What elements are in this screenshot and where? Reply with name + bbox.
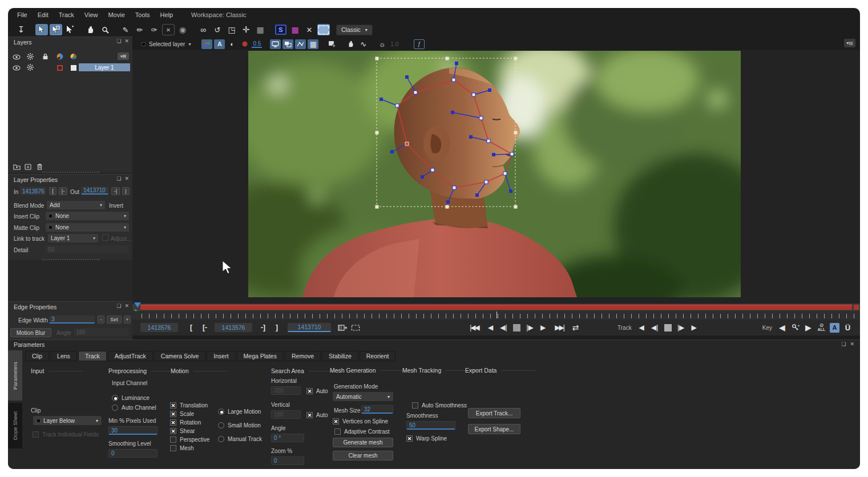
layers-menu-icon[interactable]: ▾▤ — [118, 52, 129, 60]
trash-icon[interactable] — [34, 163, 45, 171]
export-icon[interactable]: ↧ — [15, 24, 27, 35]
horizontal-auto-checkbox[interactable]: ✕ — [306, 388, 313, 394]
translation-row[interactable]: ✕Translation — [170, 402, 208, 409]
motion-blur-button[interactable]: Motion Blur — [10, 328, 51, 337]
timeline-range-track[interactable] — [132, 304, 860, 311]
layer-row[interactable]: Layer 1 — [8, 63, 132, 72]
mesh-checkbox[interactable] — [170, 445, 176, 451]
out-frame-field[interactable]: 1413710 — [288, 323, 331, 332]
tab-adjusttrack[interactable]: AdjustTrack — [108, 351, 153, 361]
last-frame-button[interactable]: ▶▶| — [550, 322, 569, 333]
layer-select-dropdown[interactable]: Selected layer ▾ — [138, 39, 194, 49]
select-tool-icon[interactable] — [35, 24, 48, 35]
perspective-checkbox[interactable] — [170, 436, 176, 443]
close-icon[interactable]: ✕ — [850, 341, 854, 347]
rotation-checkbox[interactable]: ✕ — [170, 419, 176, 426]
edge-width-minus-button[interactable]: - — [98, 316, 104, 324]
horizontal-auto-row[interactable]: ✕Auto — [306, 388, 328, 394]
auto-channel-radio[interactable] — [112, 405, 118, 411]
tab-track[interactable]: Track — [78, 351, 107, 361]
track-one-back-button[interactable]: ◀| — [648, 322, 661, 333]
vertical-auto-row[interactable]: ✕Auto — [306, 412, 328, 418]
new-layer-folder-icon[interactable] — [11, 163, 22, 171]
prev-keyframe-button[interactable]: ◀ — [776, 322, 789, 333]
goto-out-button[interactable]: -| — [111, 187, 120, 195]
layer-eye-icon[interactable] — [11, 64, 22, 72]
edge-width-plus-button[interactable]: + — [124, 316, 131, 324]
rgb-channels-icon[interactable] — [201, 39, 212, 49]
edge-width-field[interactable]: 3 — [49, 316, 95, 324]
vertical-auto-checkbox[interactable]: ✕ — [306, 412, 313, 418]
vertices-on-spline-checkbox[interactable]: ✕ — [333, 418, 339, 425]
set-out-button[interactable]: | — [122, 187, 130, 195]
tab-clip[interactable]: Clip — [25, 351, 49, 361]
auto-smoothness-row[interactable]: Auto Smoothness — [412, 402, 467, 409]
shear-row[interactable]: ✕Shear — [170, 428, 195, 434]
transform-tool-icon[interactable]: ◳ — [225, 24, 238, 35]
timeline-zoom-fit-icon[interactable] — [349, 322, 362, 333]
luminance-radio[interactable] — [112, 395, 118, 401]
ellipse-shape-tool-icon[interactable]: ◉ — [176, 24, 189, 35]
uberkey-toggle[interactable]: Ü — [841, 322, 854, 333]
current-frame-field[interactable]: 1413576 — [140, 323, 178, 332]
layer-matte-swatch-icon[interactable] — [68, 64, 79, 72]
tab-stabilize[interactable]: Stabilize — [322, 351, 358, 361]
invert-label[interactable]: Invert — [109, 203, 123, 209]
panel-grip[interactable] — [42, 259, 99, 261]
small-motion-radio[interactable] — [218, 422, 224, 429]
warp-spline-checkbox[interactable]: ✕ — [406, 435, 413, 442]
generate-mesh-button[interactable]: Generate mesh — [333, 438, 393, 447]
panel-grip[interactable] — [42, 172, 99, 173]
adjust-checkbox[interactable] — [102, 235, 108, 241]
export-layer-icon[interactable] — [23, 163, 33, 171]
autokey-toggle[interactable]: A — [828, 322, 841, 333]
close-icon[interactable]: ✕ — [124, 38, 129, 44]
side-tab-dope-sheet[interactable]: Dope Sheet — [8, 403, 22, 448]
translation-checkbox[interactable]: ✕ — [170, 402, 176, 409]
zoom-tool-icon[interactable] — [99, 24, 111, 35]
tab-insert[interactable]: Insert — [207, 351, 235, 361]
matte-color-icon[interactable] — [55, 52, 65, 60]
zoom-percent-field[interactable]: 0 — [271, 456, 304, 465]
close-icon[interactable]: ✕ — [124, 176, 129, 181]
tab-reorient[interactable]: Reorient — [360, 351, 396, 361]
perspective-row[interactable]: Perspective — [170, 436, 209, 443]
edge-width-set-button[interactable]: Set — [107, 316, 122, 324]
adaptive-contrast-row[interactable]: Adaptive Contrast — [334, 429, 390, 435]
grid-overlay-icon[interactable]: ▦ — [308, 39, 318, 49]
detail-field[interactable]: 50 — [46, 245, 129, 253]
step-back-button[interactable]: ◀| — [497, 322, 510, 333]
link-tool-icon[interactable]: ∞ — [197, 24, 209, 35]
marquee-select-icon[interactable] — [317, 24, 330, 35]
smoothness-field[interactable]: 50 — [406, 421, 455, 430]
small-motion-row[interactable]: Small Motion — [218, 422, 261, 429]
track-one-forward-button[interactable]: |▶ — [675, 322, 688, 333]
goto-in-bracket-button[interactable]: [- — [200, 324, 210, 332]
overlay-opacity-value[interactable]: 0.5 — [252, 41, 262, 48]
tracked-range-bar[interactable] — [140, 305, 852, 310]
spline-xsoline-tool-icon[interactable]: ✎ — [119, 24, 132, 35]
brush-tool-icon[interactable]: ✑ — [148, 24, 160, 35]
menu-movie[interactable]: Movie — [108, 11, 124, 18]
color-wheel-icon[interactable] — [68, 52, 79, 60]
auto-channel-radio-row[interactable]: Auto Channel — [112, 405, 156, 411]
grid-warp-tool-icon[interactable]: ▦ — [254, 24, 267, 35]
brightness-icon[interactable]: ☼ — [377, 39, 387, 49]
out-frame-field[interactable]: 1413710 — [81, 187, 108, 195]
angle-field[interactable]: 180 — [74, 328, 128, 336]
menu-file[interactable]: File — [17, 11, 27, 18]
large-motion-row[interactable]: Large Motion — [218, 409, 261, 415]
adaptive-contrast-checkbox[interactable] — [334, 429, 341, 435]
goto-out-bracket-button[interactable]: -] — [258, 324, 268, 332]
search-angle-field[interactable]: 0 ° — [271, 434, 304, 442]
export-track-button[interactable]: Export Track... — [468, 408, 520, 418]
delete-all-keys-button[interactable]: ⊘ALL — [815, 322, 828, 333]
silhouette-icon[interactable]: S — [274, 24, 287, 35]
manual-track-radio[interactable] — [218, 436, 224, 442]
clear-mesh-button[interactable]: Clear mesh — [333, 451, 393, 460]
move-tool-icon[interactable]: ✛ — [240, 24, 252, 35]
spline-overlay-icon[interactable] — [295, 39, 306, 49]
vertical-field[interactable]: 180 — [271, 410, 301, 419]
menu-view[interactable]: View — [84, 11, 98, 18]
first-frame-button[interactable]: |◀◀ — [465, 322, 484, 333]
